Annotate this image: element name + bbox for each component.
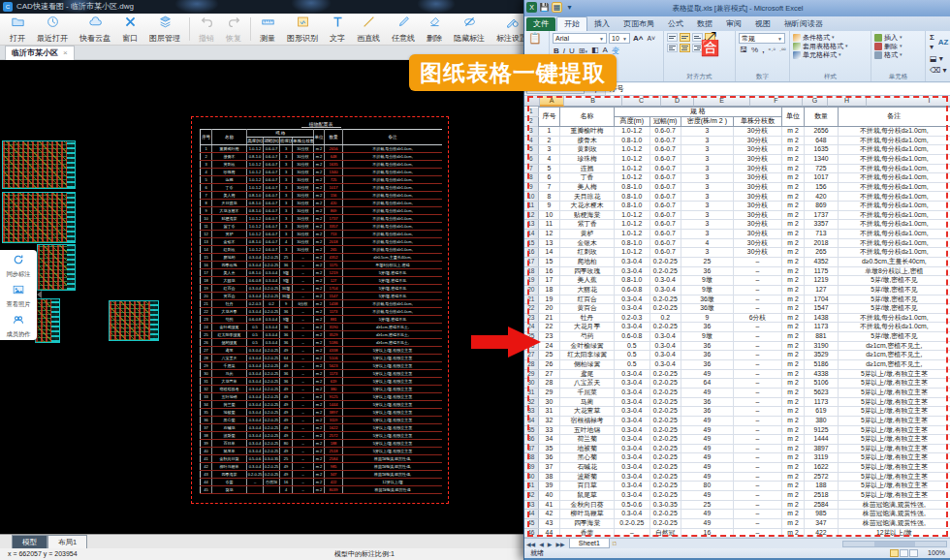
clear-icon[interactable]: ⌫ ▾: [929, 66, 948, 76]
drawing-thumbnail[interactable]: [2, 192, 76, 243]
row-header[interactable]: 12: [524, 210, 538, 220]
row-header[interactable]: 44: [524, 510, 538, 519]
row-header[interactable]: 11: [524, 202, 538, 211]
font-name-combo[interactable]: Arial▼: [553, 33, 607, 44]
row-header[interactable]: 36: [524, 435, 538, 445]
row-header[interactable]: 22: [524, 304, 538, 314]
row-header[interactable]: 45: [524, 518, 538, 528]
row-header[interactable]: 29: [524, 369, 538, 379]
styles-button-0[interactable]: 条件格式▾: [793, 33, 868, 42]
select-all-corner[interactable]: [524, 96, 540, 107]
side-panel-sync-button[interactable]: 同步标注: [0, 250, 37, 280]
formula-input[interactable]: 序号: [605, 83, 950, 95]
accounting-format-icon[interactable]: 🖫: [739, 46, 748, 55]
toolbar-measure-button[interactable]: 测量: [254, 15, 281, 45]
row-header[interactable]: 17: [524, 257, 538, 266]
row-header[interactable]: 7: [524, 164, 538, 173]
toolbar-text-button[interactable]: 文字: [324, 15, 351, 45]
column-header-C[interactable]: C: [622, 96, 661, 107]
next-sheet-icon[interactable]: ▶: [546, 541, 554, 547]
row-header[interactable]: 9: [524, 182, 538, 192]
toolbar-eraser-button[interactable]: 删除: [421, 15, 448, 45]
cells-button-1[interactable]: 删除▾: [874, 42, 922, 50]
row-header[interactable]: 37: [524, 444, 538, 453]
column-header-G[interactable]: G: [803, 96, 828, 107]
align-center-icon[interactable]: [680, 44, 690, 52]
row-header[interactable]: 14: [524, 230, 538, 239]
row-header[interactable]: 10: [524, 192, 538, 202]
row-header[interactable]: 16: [524, 248, 538, 258]
spreadsheet-grid[interactable]: 1序号名称规 格单位数量备注2高度(m)冠幅(m)密度(株/m 2 )单株分枝数…: [524, 107, 950, 538]
ribbon-tab-页面布局[interactable]: 页面布局: [617, 17, 661, 31]
tab-model[interactable]: 模型: [12, 535, 48, 548]
toolbar-freeline-button[interactable]: 任意线: [386, 15, 421, 45]
row-header[interactable]: 18: [524, 266, 538, 276]
ribbon-tab-公式[interactable]: 公式: [661, 17, 690, 31]
row-header[interactable]: 5: [524, 145, 538, 155]
row-header[interactable]: 41: [524, 482, 538, 491]
drawing-thumbnail[interactable]: [35, 298, 60, 343]
column-header-A[interactable]: A: [540, 96, 564, 107]
drawing-thumbnail[interactable]: [109, 300, 159, 341]
toolbar-open-folder-button[interactable]: 打开: [4, 15, 31, 45]
row-header[interactable]: 21: [524, 295, 538, 304]
row-header[interactable]: 8: [524, 173, 538, 183]
last-sheet-icon[interactable]: ▶▶: [554, 541, 566, 547]
row-header[interactable]: 40: [524, 472, 538, 482]
collapse-arrow-icon[interactable]: [37, 291, 42, 298]
align-left-icon[interactable]: [667, 44, 678, 52]
ribbon-tab-文件[interactable]: 文件: [526, 17, 555, 31]
row-header[interactable]: 35: [524, 425, 538, 435]
percent-icon[interactable]: %: [750, 46, 759, 55]
row-header[interactable]: 20: [524, 285, 538, 295]
row-header[interactable]: 39: [524, 463, 538, 473]
merge-center-icon[interactable]: 🈴: [705, 44, 715, 52]
ribbon-tab-视图[interactable]: 视图: [748, 17, 777, 31]
insert-sheet-icon[interactable]: 🗋: [610, 541, 619, 546]
comma-icon[interactable]: ,: [761, 46, 765, 55]
cells-button-2[interactable]: 格式▾: [874, 50, 922, 59]
row-header[interactable]: 6: [524, 154, 538, 164]
toolbar-recent-clock-button[interactable]: 最近打开: [31, 15, 74, 45]
row-header[interactable]: 2: [524, 117, 538, 127]
row-header[interactable]: 43: [524, 500, 538, 510]
styles-button-1[interactable]: 套用表格格式▾: [793, 42, 868, 50]
styles-button-2[interactable]: 单元格样式▾: [793, 50, 868, 59]
row-header[interactable]: 30: [524, 379, 538, 389]
row-header[interactable]: 31: [524, 388, 538, 397]
page-layout-view-icon[interactable]: [900, 549, 908, 557]
toolbar-shape-recognize-button[interactable]: 图形识别: [281, 15, 324, 45]
toolbar-layers-button[interactable]: 图层管理: [143, 15, 186, 45]
toolbar-window-button[interactable]: 窗口: [116, 15, 143, 45]
row-header[interactable]: 28: [524, 360, 538, 370]
drawing-thumbnail[interactable]: [37, 244, 76, 291]
row-header[interactable]: 19: [524, 276, 538, 286]
cad-doc-tab[interactable]: 临沂市某小区×: [5, 46, 75, 60]
sheet-tab[interactable]: Sheet1: [569, 539, 610, 548]
toolbar-hide-annotation-button[interactable]: 隐藏标注: [448, 15, 491, 45]
column-header-E[interactable]: E: [694, 96, 750, 107]
page-break-view-icon[interactable]: [909, 549, 918, 557]
row-header[interactable]: 42: [524, 490, 538, 500]
ribbon-tab-审阅[interactable]: 审阅: [719, 17, 748, 31]
side-panel-collaborate-button[interactable]: 成员协作: [0, 310, 37, 340]
decrease-decimal-icon[interactable]: ·⁰⁰: [778, 46, 787, 55]
row-header[interactable]: 13: [524, 220, 538, 230]
prev-sheet-icon[interactable]: ◀: [537, 541, 546, 547]
shrink-font-icon[interactable]: A˅: [646, 34, 656, 44]
fill-icon[interactable]: ⬓ ▾: [929, 54, 944, 64]
row-header[interactable]: 23: [524, 313, 538, 323]
toolbar-cloud-button[interactable]: 快看云盘: [74, 15, 116, 45]
grow-font-icon[interactable]: A˄: [632, 34, 644, 44]
row-header[interactable]: 4: [524, 136, 538, 145]
row-header[interactable]: 1: [524, 108, 538, 117]
ribbon-tab-插入[interactable]: 插入: [587, 17, 617, 31]
row-header[interactable]: 33: [524, 407, 538, 417]
increase-decimal-icon[interactable]: ⁺·⁰: [767, 46, 776, 55]
side-panel-photo-button[interactable]: 查看照片: [0, 280, 37, 310]
ribbon-tab-福昕阅读器[interactable]: 福昕阅读器: [777, 17, 830, 31]
row-header[interactable]: 34: [524, 416, 538, 425]
cells-button-0[interactable]: 插入▾: [874, 33, 922, 42]
toolbar-line-button[interactable]: 画直线: [351, 15, 386, 45]
align-top-icon[interactable]: [667, 33, 678, 42]
